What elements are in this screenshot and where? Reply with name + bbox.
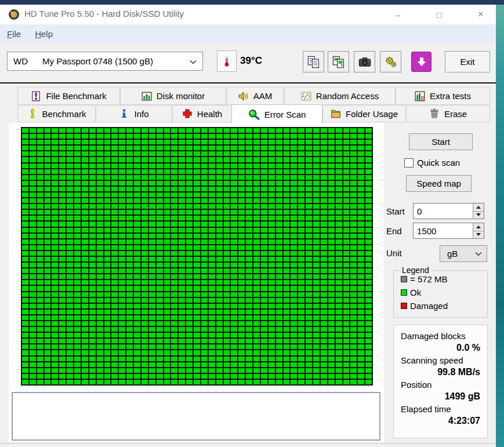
tab-aam[interactable]: AAM xyxy=(226,87,284,105)
quick-scan-checkbox[interactable] xyxy=(404,158,414,168)
scan-block xyxy=(157,239,163,244)
maximize-icon[interactable]: □ xyxy=(429,5,449,24)
scan-block xyxy=(365,357,372,361)
scan-block xyxy=(30,146,36,150)
scan-block xyxy=(238,315,245,320)
scan-block xyxy=(186,146,193,150)
scan-block xyxy=(306,134,312,139)
scan-block xyxy=(30,181,36,186)
copy-text-button[interactable] xyxy=(303,51,324,72)
scan-block xyxy=(22,146,28,150)
tab-file-benchmark[interactable]: File Benchmark xyxy=(17,87,120,105)
start-input[interactable] xyxy=(414,203,473,219)
tab-disk-monitor[interactable]: Disk monitor xyxy=(120,87,226,105)
scan-block xyxy=(119,221,125,226)
scan-block xyxy=(22,192,28,197)
scan-block xyxy=(238,357,245,361)
unit-select[interactable]: gB xyxy=(440,245,487,262)
tab-error-scan[interactable]: Error Scan xyxy=(231,104,322,124)
screenshot-button[interactable] xyxy=(354,51,375,72)
settings-button[interactable] xyxy=(380,51,401,72)
scan-block xyxy=(30,368,36,373)
tab-health[interactable]: Health xyxy=(172,105,232,122)
scan-block xyxy=(67,128,73,133)
scan-block xyxy=(216,374,223,379)
tab-folder-usage[interactable]: Folder Usage xyxy=(322,105,406,122)
scan-block xyxy=(126,321,133,326)
scan-block xyxy=(149,128,155,133)
tab-info[interactable]: Info xyxy=(96,105,172,122)
scan-block xyxy=(134,210,140,215)
spin-down-button[interactable] xyxy=(473,231,484,239)
spin-down-button[interactable] xyxy=(473,211,484,219)
scan-block xyxy=(253,304,260,308)
scan-block xyxy=(269,181,275,186)
scan-block xyxy=(119,245,125,250)
scan-block xyxy=(74,333,81,337)
tab-random-access[interactable]: Random Access xyxy=(284,87,396,105)
scan-block xyxy=(269,286,275,290)
scan-block xyxy=(269,321,275,326)
scan-block xyxy=(179,298,185,303)
scan-block xyxy=(164,210,171,215)
scan-block xyxy=(298,128,304,133)
scan-block xyxy=(276,380,282,384)
scan-block xyxy=(261,357,267,361)
temperature-button[interactable] xyxy=(217,50,237,72)
scan-block xyxy=(89,251,96,256)
scan-block xyxy=(298,344,304,349)
speed-map-button[interactable]: Speed map xyxy=(406,175,472,192)
scan-block xyxy=(224,274,230,279)
start-button[interactable]: Start xyxy=(409,133,473,150)
scan-block xyxy=(328,228,335,232)
scan-block xyxy=(365,210,372,215)
scan-block xyxy=(358,280,364,285)
scan-block xyxy=(37,304,43,308)
scan-block xyxy=(45,362,51,367)
scan-block xyxy=(37,128,43,133)
save-results-button[interactable] xyxy=(411,52,432,72)
copy-image-button[interactable] xyxy=(328,51,349,72)
scan-block xyxy=(119,146,125,150)
scan-block xyxy=(134,333,140,337)
scan-block xyxy=(358,169,364,174)
tab-benchmark[interactable]: Benchmark xyxy=(17,105,96,122)
scan-block xyxy=(157,204,163,209)
exit-button[interactable]: Exit xyxy=(445,51,490,72)
scan-block xyxy=(126,157,133,162)
menu-help[interactable]: Help xyxy=(28,26,60,42)
scan-grid xyxy=(21,127,373,386)
scan-block xyxy=(238,274,245,279)
start-field xyxy=(413,203,484,219)
spin-up-button[interactable] xyxy=(473,223,484,231)
scan-block xyxy=(74,175,81,180)
scan-block xyxy=(142,374,148,379)
menu-file[interactable]: File xyxy=(0,26,28,42)
scan-block xyxy=(321,151,327,156)
scan-block xyxy=(246,257,252,261)
end-input[interactable] xyxy=(414,223,473,238)
tab-erase[interactable]: Erase xyxy=(406,105,490,122)
scan-block xyxy=(89,368,96,373)
scan-block xyxy=(104,263,111,267)
scan-block xyxy=(82,228,88,232)
quick-scan-row[interactable]: Quick scan xyxy=(404,158,460,168)
scan-block xyxy=(149,221,155,226)
scan-block xyxy=(231,315,237,320)
spin-up-button[interactable] xyxy=(473,203,484,211)
scan-block xyxy=(119,327,125,332)
scan-block xyxy=(313,216,320,220)
close-icon[interactable]: × xyxy=(471,5,491,24)
scan-block xyxy=(59,344,66,349)
scan-block xyxy=(97,357,103,361)
scan-block xyxy=(179,151,185,156)
scan-log-box[interactable] xyxy=(12,392,380,441)
minimize-icon[interactable]: – xyxy=(388,5,408,24)
tab-extra-tests[interactable]: Extra tests xyxy=(396,87,490,105)
device-select[interactable]: WD My Passport 0748 (1500 gB) xyxy=(7,52,203,71)
scan-block xyxy=(224,128,230,133)
scan-block xyxy=(97,327,103,332)
scan-block xyxy=(209,234,215,238)
scan-block xyxy=(111,286,118,290)
scan-block xyxy=(209,263,215,267)
